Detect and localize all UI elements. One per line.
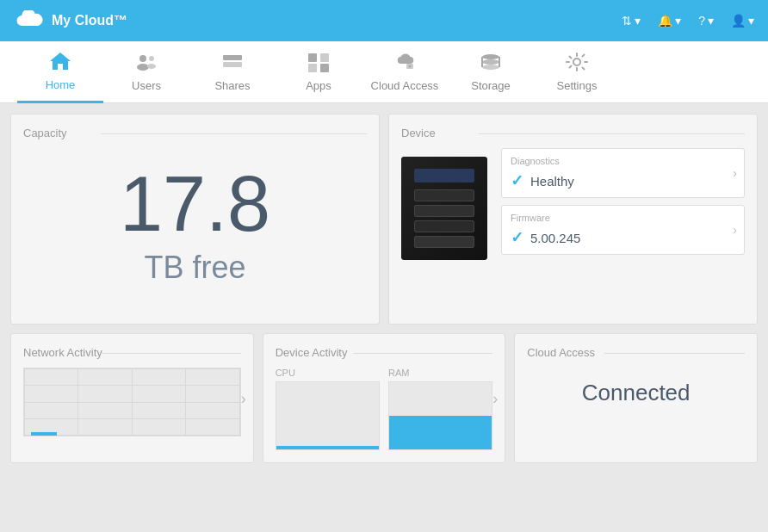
cloud-access-card: Cloud Access Connected	[514, 333, 758, 463]
capacity-unit: TB free	[23, 250, 367, 286]
device-title: Device	[401, 127, 745, 139]
topbar: My Cloud™ ⇅ ▾ 🔔 ▾ ? ▾ 👤 ▾	[0, 0, 768, 41]
usb-chevron: ▾	[635, 14, 641, 28]
svg-rect-10	[320, 64, 329, 72]
user-chevron: ▾	[748, 14, 754, 28]
firmware-title: Firmware	[511, 213, 735, 223]
bell-icon: 🔔	[658, 14, 672, 28]
nav-item-home[interactable]: Home	[17, 41, 103, 103]
nas-drive-1	[414, 189, 474, 201]
cloud-access-title: Cloud Access	[527, 346, 745, 359]
nav-item-apps[interactable]: Apps	[276, 41, 362, 103]
ram-bar-container	[388, 381, 492, 450]
svg-rect-5	[223, 55, 242, 60]
usb-button[interactable]: ⇅ ▾	[622, 14, 641, 28]
firmware-version: 5.00.245	[530, 231, 580, 245]
svg-point-13	[482, 54, 499, 59]
grid-col-line	[132, 368, 133, 436]
nav-item-settings[interactable]: Settings	[534, 41, 620, 103]
svg-point-15	[482, 65, 499, 70]
nav-label-storage: Storage	[471, 79, 511, 92]
device-content: Diagnostics ✓ Healthy › Firmware ✓ 5.00.…	[401, 148, 745, 260]
diagnostics-status: Healthy	[530, 174, 574, 189]
network-activity-chart	[23, 368, 241, 436]
grid-col-line	[77, 368, 78, 436]
diagnostics-panel[interactable]: Diagnostics ✓ Healthy ›	[501, 148, 745, 198]
usb-icon: ⇅	[622, 14, 632, 28]
nav-label-cloud-access: Cloud Access	[371, 79, 439, 92]
diagnostics-chevron-icon: ›	[733, 166, 737, 180]
shares-icon	[220, 52, 245, 76]
home-icon	[48, 51, 72, 75]
device-activity-title: Device Activity	[276, 346, 493, 359]
device-image	[401, 157, 487, 260]
svg-point-2	[137, 64, 149, 71]
device-panels: Diagnostics ✓ Healthy › Firmware ✓ 5.00.…	[501, 148, 745, 255]
svg-point-14	[482, 59, 499, 65]
cpu-label: CPU	[276, 368, 380, 378]
svg-rect-7	[308, 53, 317, 62]
brand-title: My Cloud™	[52, 13, 127, 28]
nas-panel	[414, 169, 474, 182]
user-button[interactable]: 👤 ▾	[731, 14, 754, 28]
cpu-bar-container	[276, 381, 380, 450]
nav-item-cloud-access[interactable]: Cloud Access	[362, 41, 448, 103]
nas-drive-4	[414, 236, 474, 248]
grid-col-line	[239, 368, 240, 436]
svg-rect-9	[308, 64, 317, 72]
ram-bar-fill	[389, 416, 492, 449]
network-chevron-icon[interactable]: ›	[241, 389, 246, 407]
device-activity-card: Device Activity CPU RAM ›	[263, 333, 506, 463]
grid-col-line	[24, 368, 25, 436]
apps-icon	[307, 52, 331, 76]
chart-grid-cols	[24, 368, 240, 436]
main-content: Capacity 17.8 TB free Device Diagnostics	[0, 103, 768, 473]
users-icon	[134, 52, 158, 76]
cloud-logo-icon	[14, 10, 45, 31]
firmware-content: ✓ 5.00.245	[511, 228, 735, 247]
nav-label-users: Users	[132, 79, 161, 92]
logo-area: My Cloud™	[14, 10, 622, 31]
firmware-chevron-icon: ›	[733, 223, 737, 237]
diagnostics-content: ✓ Healthy	[511, 171, 735, 190]
cloud-access-status: Connected	[527, 380, 745, 406]
help-icon: ?	[698, 14, 705, 28]
capacity-card: Capacity 17.8 TB free	[10, 114, 380, 325]
cloud-access-icon	[391, 52, 418, 76]
alerts-chevron: ▾	[675, 14, 681, 28]
svg-rect-8	[320, 53, 329, 62]
svg-point-1	[139, 55, 146, 62]
cpu-bar-fill	[276, 446, 379, 449]
network-bar	[31, 432, 57, 436]
nav-label-home: Home	[46, 78, 76, 91]
nas-drive-2	[414, 205, 474, 217]
nav-item-users[interactable]: Users	[103, 41, 189, 103]
grid-col-line	[185, 368, 186, 436]
svg-point-4	[147, 64, 156, 69]
firmware-panel[interactable]: Firmware ✓ 5.00.245 ›	[501, 205, 745, 255]
nav-item-storage[interactable]: Storage	[448, 41, 534, 103]
svg-point-18	[573, 59, 580, 65]
help-button[interactable]: ? ▾	[698, 14, 714, 28]
diagnostics-check-icon: ✓	[511, 171, 523, 190]
settings-icon	[565, 52, 589, 76]
svg-point-3	[149, 56, 154, 61]
nav-item-shares[interactable]: Shares	[189, 41, 276, 103]
storage-icon	[479, 52, 503, 76]
svg-marker-0	[50, 53, 71, 70]
diagnostics-title: Diagnostics	[511, 156, 735, 166]
svg-rect-6	[223, 62, 242, 67]
ram-label: RAM	[388, 368, 492, 378]
device-activity-content: CPU RAM	[276, 368, 493, 450]
top-icons: ⇅ ▾ 🔔 ▾ ? ▾ 👤 ▾	[622, 14, 754, 28]
nav-label-apps: Apps	[306, 79, 331, 92]
firmware-check-icon: ✓	[511, 228, 523, 247]
alerts-button[interactable]: 🔔 ▾	[658, 14, 681, 28]
ram-col: RAM	[388, 368, 492, 450]
svg-point-12	[409, 65, 412, 68]
bottom-row: Network Activity ›	[10, 333, 758, 463]
nav-label-settings: Settings	[557, 79, 598, 92]
capacity-title: Capacity	[23, 127, 367, 139]
device-card: Device Diagnostics ✓ Healthy	[388, 114, 758, 325]
device-activity-chevron-icon[interactable]: ›	[492, 389, 498, 407]
